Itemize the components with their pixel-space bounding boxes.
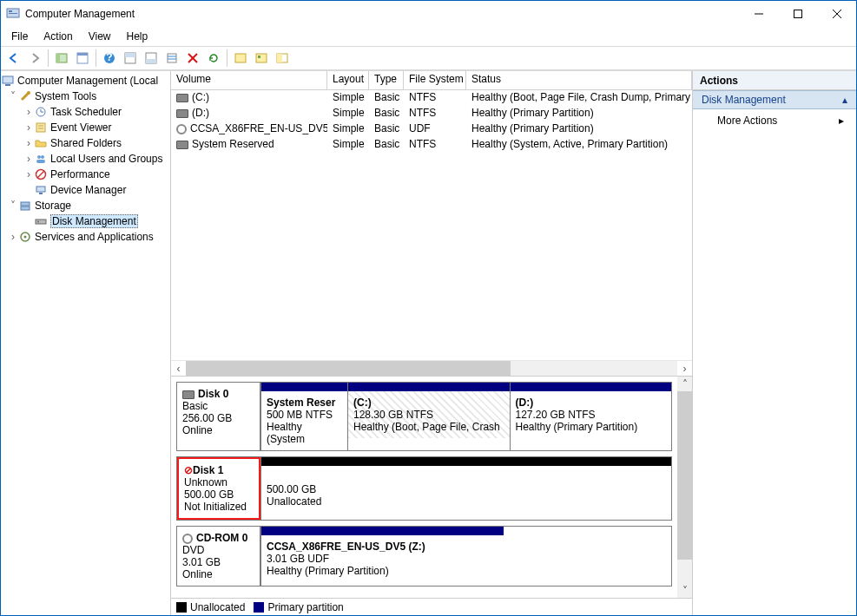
disk-label[interactable]: Disk 0 Basic 256.00 GB Online: [177, 383, 260, 450]
scroll-track[interactable]: [677, 391, 692, 583]
help-button[interactable]: ?: [100, 49, 119, 68]
svg-rect-14: [125, 53, 135, 57]
view-top-button[interactable]: [121, 49, 140, 68]
maximize-button[interactable]: [778, 1, 817, 27]
menu-view[interactable]: View: [82, 29, 118, 44]
volume-row[interactable]: System Reserved Simple Basic NTFS Health…: [171, 137, 692, 153]
expand-icon[interactable]: ›: [23, 137, 34, 149]
partition-d[interactable]: (D:) 127.20 GB NTFS Healthy (Primary Par…: [510, 383, 672, 450]
tree-local-users[interactable]: › Local Users and Groups: [1, 151, 170, 167]
collapse-icon[interactable]: ▴: [842, 94, 847, 106]
tree-root[interactable]: Computer Management (Local: [1, 73, 170, 88]
expand-icon[interactable]: ›: [23, 168, 34, 180]
tree-label: Computer Management (Local: [17, 75, 158, 87]
svg-rect-22: [235, 54, 246, 62]
disk-type: DVD: [182, 544, 254, 556]
tree-event-viewer[interactable]: › Event Viewer: [1, 120, 170, 135]
col-status[interactable]: Status: [466, 71, 692, 90]
refresh-button[interactable]: [204, 49, 223, 68]
expand-icon[interactable]: ›: [8, 231, 18, 243]
disk-label-highlighted[interactable]: ⊘Disk 1 Unknown 500.00 GB Not Initialize…: [177, 457, 260, 520]
tree-system-tools[interactable]: ˅ System Tools: [1, 88, 170, 104]
tree-disk-management[interactable]: Disk Management: [1, 213, 170, 229]
col-layout[interactable]: Layout: [327, 71, 369, 90]
tree-task-scheduler[interactable]: › Task Scheduler: [1, 104, 170, 120]
tree-services[interactable]: › Services and Applications: [1, 229, 170, 245]
vertical-scrollbar[interactable]: ˄ ˅: [677, 377, 692, 598]
disk-icon: [182, 390, 194, 399]
col-type[interactable]: Type: [369, 71, 404, 90]
disk-label[interactable]: CD-ROM 0 DVD 3.01 GB Online: [177, 527, 260, 586]
actions-section[interactable]: Disk Management ▴: [693, 90, 856, 109]
expand-icon[interactable]: ˅: [8, 200, 18, 212]
properties-button[interactable]: [73, 49, 92, 68]
horizontal-scrollbar[interactable]: ‹ ›: [171, 360, 692, 376]
partition-unallocated[interactable]: 500.00 GB Unallocated: [260, 457, 671, 520]
vol-type: Basic: [369, 137, 404, 153]
scroll-track[interactable]: [186, 361, 677, 376]
disk-row-1[interactable]: ⊘Disk 1 Unknown 500.00 GB Not Initialize…: [176, 456, 672, 521]
tree-shared-folders[interactable]: › Shared Folders: [1, 135, 170, 151]
tree-storage[interactable]: ˅ Storage: [1, 198, 170, 213]
volume-list[interactable]: Volume Layout Type File System Status (C…: [171, 71, 692, 376]
disk-graphical-view[interactable]: Disk 0 Basic 256.00 GB Online System Res…: [171, 376, 692, 615]
extra-button[interactable]: [273, 49, 292, 68]
col-filesystem[interactable]: File System: [404, 71, 466, 90]
scroll-thumb[interactable]: [677, 391, 692, 560]
back-button[interactable]: [4, 49, 23, 68]
scroll-right-icon[interactable]: ›: [677, 361, 692, 376]
svg-rect-17: [168, 54, 176, 62]
disk-state: Online: [182, 424, 254, 436]
settings-button[interactable]: [162, 49, 181, 68]
volume-row[interactable]: (D:) Simple Basic NTFS Healthy (Primary …: [171, 106, 692, 121]
tree-label: Device Manager: [50, 184, 126, 196]
tree-label: Event Viewer: [50, 121, 111, 134]
folder-share-icon: [34, 136, 48, 150]
part-status: Unallocated: [267, 495, 666, 508]
disk-row-cdrom[interactable]: CD-ROM 0 DVD 3.01 GB Online CCSA_X86FRE_…: [176, 526, 672, 587]
chevron-right-icon: ▸: [839, 115, 844, 127]
minimize-button[interactable]: [739, 1, 778, 27]
delete-button[interactable]: [183, 49, 202, 68]
col-volume[interactable]: Volume: [171, 71, 327, 90]
device-icon: [34, 183, 48, 197]
partition-cdrom[interactable]: CCSA_X86FRE_EN-US_DV5 (Z:) 3.01 GB UDF H…: [260, 527, 504, 586]
volume-row[interactable]: CCSA_X86FRE_EN-US_DV5 (Z:) Simple Basic …: [171, 121, 692, 137]
forward-button[interactable]: [25, 49, 44, 68]
scroll-up-icon[interactable]: ˄: [677, 377, 692, 391]
tree-label: Performance: [50, 168, 110, 180]
tree-device-manager[interactable]: Device Manager: [1, 182, 170, 198]
show-hide-tree-button[interactable]: [52, 49, 71, 68]
expand-icon[interactable]: ›: [23, 153, 34, 165]
menu-bar: File Action View Help: [1, 27, 856, 46]
volume-row[interactable]: (C:) Simple Basic NTFS Healthy (Boot, Pa…: [171, 90, 692, 106]
expand-icon[interactable]: ›: [23, 121, 34, 134]
part-status: Healthy (Boot, Page File, Crash: [353, 421, 504, 433]
menu-file[interactable]: File: [4, 29, 35, 44]
detail-button[interactable]: [252, 49, 271, 68]
disk-size: 3.01 GB: [182, 556, 254, 568]
disk-row-0[interactable]: Disk 0 Basic 256.00 GB Online System Res…: [176, 382, 672, 451]
window-title: Computer Management: [25, 8, 739, 20]
tree-performance[interactable]: › Performance: [1, 167, 170, 182]
svg-rect-45: [36, 220, 46, 224]
svg-line-40: [37, 171, 44, 178]
partition-c[interactable]: (C:) 128.30 GB NTFS Healthy (Boot, Page …: [347, 383, 510, 450]
actions-more[interactable]: More Actions ▸: [693, 109, 856, 132]
scroll-thumb[interactable]: [186, 361, 511, 376]
expand-icon[interactable]: ›: [23, 106, 34, 118]
menu-action[interactable]: Action: [36, 29, 79, 44]
partition-system-reserved[interactable]: System Reser 500 MB NTFS Healthy (System: [260, 383, 347, 450]
menu-help[interactable]: Help: [120, 29, 155, 44]
navigation-tree[interactable]: Computer Management (Local ˅ System Tool…: [1, 71, 171, 615]
actions-header: Actions: [693, 71, 856, 90]
scroll-left-icon[interactable]: ‹: [171, 361, 186, 376]
scroll-down-icon[interactable]: ˅: [677, 583, 692, 598]
view-bottom-button[interactable]: [142, 49, 161, 68]
actions-pane: Actions Disk Management ▴ More Actions ▸: [693, 71, 856, 615]
svg-rect-41: [36, 187, 45, 192]
toolbar-separator: [227, 49, 227, 67]
list-button[interactable]: [231, 49, 250, 68]
expand-icon[interactable]: ˅: [8, 90, 18, 102]
close-button[interactable]: [817, 1, 856, 27]
